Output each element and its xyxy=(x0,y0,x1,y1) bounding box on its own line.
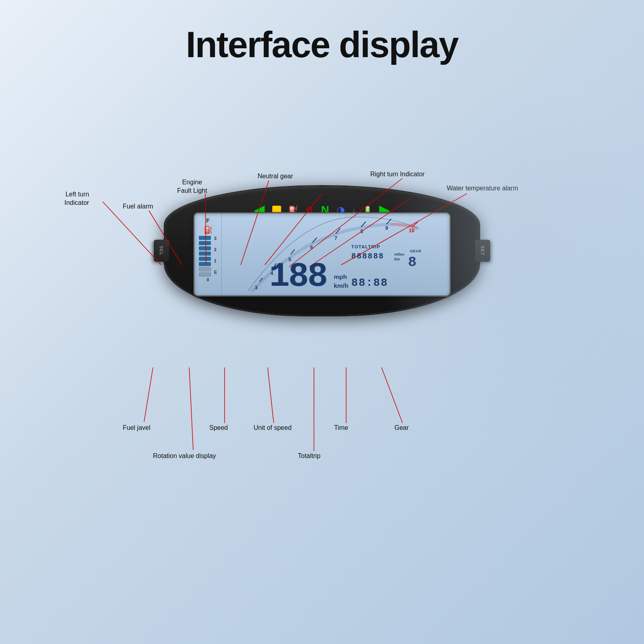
unit-speed-label: Unit of speed xyxy=(254,424,291,432)
fuel-alarm-label: Fuel alarm xyxy=(123,202,153,211)
fuel-bar-7 xyxy=(199,241,211,245)
sel-label: SEL xyxy=(159,246,164,256)
sel-button[interactable]: SEL xyxy=(154,240,169,262)
fuel-bar-1 xyxy=(199,272,211,277)
fuel-bar-5 xyxy=(199,252,211,256)
svg-line-35 xyxy=(144,367,153,422)
set-label: SET xyxy=(480,246,485,256)
svg-text:9: 9 xyxy=(385,225,388,231)
svg-text:188: 188 xyxy=(269,257,326,295)
svg-line-27 xyxy=(103,202,161,265)
gear-label-annot: Gear xyxy=(394,424,409,432)
diagram-container: Left turn Indicator Fuel alarm Engine Fa… xyxy=(40,82,604,565)
neutral-gear-label: Neutral gear xyxy=(258,172,293,181)
speedometer: SEL SET x1000r/min ◀ ⛽ ⚙ N ◑ xyxy=(165,186,479,323)
svg-line-38 xyxy=(268,367,274,423)
lcd-display: F ⛽ 3 xyxy=(193,212,451,297)
fuel-bar-6 xyxy=(199,246,211,250)
fuel-bars xyxy=(199,236,211,277)
fuel-gauge: F ⛽ 3 xyxy=(194,213,222,295)
speed-label: Speed xyxy=(209,424,228,432)
fuel-bar-4 xyxy=(199,257,211,261)
speedo-body: SEL SET x1000r/min ◀ ⛽ ⚙ N ◑ xyxy=(165,186,479,315)
svg-text:88:88: 88:88 xyxy=(351,277,388,289)
totaltrip-label: Totaltrip xyxy=(298,452,320,460)
rpm-arc-svg: 3 4 5 6 7 8 9 10 xyxy=(222,213,450,295)
fuel-pump-icon: ⛽ xyxy=(204,225,213,234)
set-button[interactable]: SET xyxy=(475,240,490,262)
svg-text:7: 7 xyxy=(334,235,337,241)
svg-line-41 xyxy=(382,367,402,423)
svg-text:8: 8 xyxy=(408,254,417,270)
fuel-f-label: F xyxy=(206,217,210,224)
fuel-javel-label: Fuel javel xyxy=(123,424,150,432)
svg-text:888888: 888888 xyxy=(351,252,384,261)
svg-text:mph: mph xyxy=(334,273,347,280)
fuel-bar-2 xyxy=(199,267,211,271)
svg-text:miles: miles xyxy=(394,252,405,256)
svg-text:TOTALTRIP: TOTALTRIP xyxy=(351,244,380,249)
svg-text:GEAR: GEAR xyxy=(410,249,421,253)
svg-text:8: 8 xyxy=(360,229,363,234)
rotation-label: Rotation value display xyxy=(153,452,216,460)
rpm-area: 3 4 5 6 7 8 9 10 xyxy=(222,213,450,295)
svg-line-36 xyxy=(189,367,193,450)
water-temp-label: Right turn Indicator xyxy=(370,170,425,179)
svg-text:km: km xyxy=(394,257,400,261)
page-title: Interface display xyxy=(0,0,644,82)
fuel-numbers: 3 2 1 E xyxy=(214,236,217,277)
fuel-bar-3 xyxy=(199,262,211,266)
time-label: Time xyxy=(334,424,348,432)
fuel-bar-8 xyxy=(199,236,211,240)
svg-text:km/h: km/h xyxy=(334,282,348,289)
left-turn-label: Left turn Indicator xyxy=(64,190,89,207)
